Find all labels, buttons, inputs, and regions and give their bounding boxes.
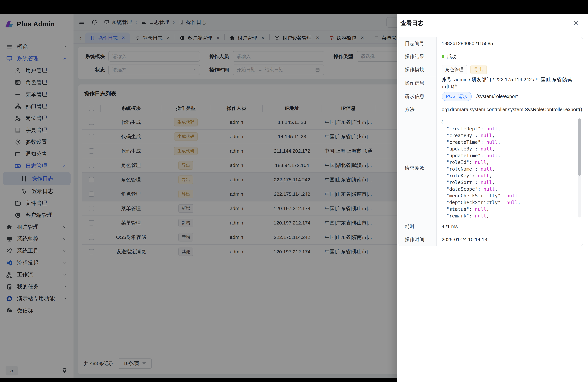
detail-row: 操作信息账号: admin / 研发部门 / 222.175.114.242 /… xyxy=(399,76,583,90)
detail-label: 请求参数 xyxy=(399,116,437,220)
detail-row: 请求信息POST请求/system/role/export xyxy=(399,90,583,103)
detail-label: 日志编号 xyxy=(399,37,437,50)
log-detail-table: 日志编号1882612840802115585操作结果成功操作模块角色管理导出操… xyxy=(399,37,583,246)
code-line: "menuCheckStrictly": null, xyxy=(441,192,575,199)
code-scrollbar[interactable] xyxy=(578,118,581,217)
code-line: "deptCheckStrictly": null, xyxy=(441,199,575,206)
drawer-title: 查看日志 xyxy=(400,19,423,27)
detail-value: { "createDept": null, "createBy": null, … xyxy=(437,116,583,220)
detail-label: 耗时 xyxy=(399,220,437,233)
detail-value: 421 ms xyxy=(437,220,583,233)
detail-label: 请求信息 xyxy=(399,90,437,103)
detail-row: 操作模块角色管理导出 xyxy=(399,63,583,76)
detail-label: 操作信息 xyxy=(399,76,437,90)
detail-row: 日志编号1882612840802115585 xyxy=(399,37,583,50)
detail-value: 成功 xyxy=(437,50,583,63)
status-text: 成功 xyxy=(447,53,457,60)
module-tag: 角色管理 xyxy=(442,65,467,74)
request-params-code: { "createDept": null, "createBy": null, … xyxy=(437,116,583,220)
code-line: "dataScope": null, xyxy=(441,186,575,192)
detail-label: 方法 xyxy=(399,103,437,116)
success-dot-icon xyxy=(442,55,444,58)
code-line: "updateTime": null, xyxy=(441,152,575,159)
detail-value: 1882612840802115585 xyxy=(437,37,583,50)
detail-label: 操作结果 xyxy=(399,50,437,63)
code-line: "status": null, xyxy=(441,206,575,212)
indent-guide xyxy=(442,126,442,216)
code-line: "createTime": null, xyxy=(441,139,575,146)
code-line: "createBy": null, xyxy=(441,132,575,139)
top-black-strip xyxy=(0,0,588,14)
detail-label: 操作模块 xyxy=(399,63,437,76)
close-icon[interactable]: ✕ xyxy=(573,20,579,26)
code-line: "remark": null, xyxy=(441,212,575,219)
code-line: "roleSort": null, xyxy=(441,179,575,186)
detail-row: 操作结果成功 xyxy=(399,50,583,63)
detail-row: 方法org.dromara.system.controller.system.S… xyxy=(399,103,583,116)
detail-row: 耗时421 ms xyxy=(399,220,583,233)
detail-value: POST请求/system/role/export xyxy=(437,90,583,103)
code-line: "roleId": null, xyxy=(441,159,575,166)
post-request-badge: POST请求 xyxy=(442,92,472,101)
code-line: { xyxy=(441,119,575,126)
detail-value: org.dromara.system.controller.system.Sys… xyxy=(437,103,583,116)
code-scrollbar-thumb[interactable] xyxy=(578,118,581,176)
detail-row: 请求参数 { "createDept": null, "createBy": n… xyxy=(399,116,583,220)
request-url: /system/role/export xyxy=(476,94,518,99)
drawer-header: 查看日志 ✕ xyxy=(397,14,588,32)
detail-row: 操作时间2025-01-24 10:14:13 xyxy=(399,233,583,246)
detail-value: 角色管理导出 xyxy=(437,63,583,76)
detail-value: 账号: admin / 研发部门 / 222.175.114.242 / 中国|… xyxy=(437,76,583,90)
detail-value: 2025-01-24 10:14:13 xyxy=(437,233,583,246)
view-log-drawer: 查看日志 ✕ 日志编号1882612840802115585操作结果成功操作模块… xyxy=(397,14,588,382)
code-line: "roleName": null, xyxy=(441,166,575,172)
module-tag: 导出 xyxy=(470,65,487,74)
code-line: "createDept": null, xyxy=(441,126,575,132)
detail-label: 操作时间 xyxy=(399,233,437,246)
code-line: "updateBy": null, xyxy=(441,146,575,152)
code-line: "roleKey": null, xyxy=(441,172,575,179)
